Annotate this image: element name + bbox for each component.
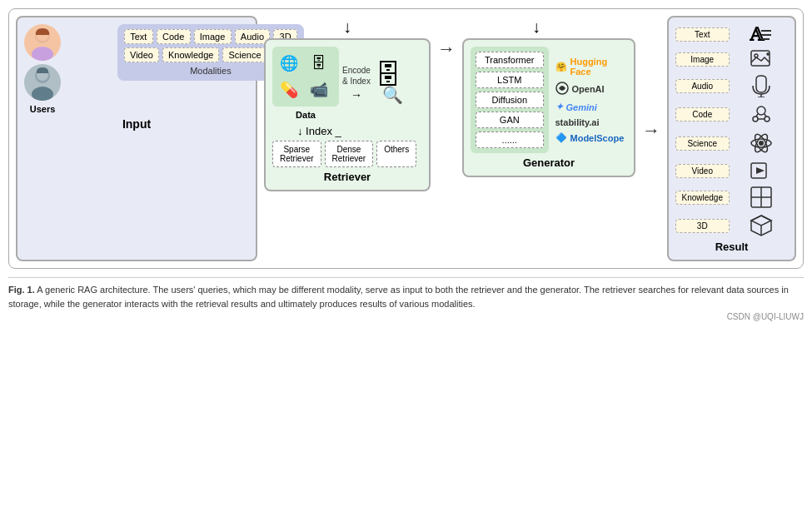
result-tag-video: Video [675,164,730,178]
hf-icon: 🤗 [555,62,567,72]
data-icons: 🌐 🗄 💊 📹 [272,47,339,107]
caption-area: Fig. 1. A generic RAG architecture. The … [8,277,804,310]
result-icon-audio [735,74,789,97]
avatar-male [24,64,61,101]
globe-icon: 🌐 [277,52,301,75]
arrow-down-generator: ↓ [437,17,635,37]
brand-list: 🤗 Hugging Face OpenAI ✦ Gemini [555,47,628,153]
brand-openai: OpenAI [555,82,628,97]
result-icon-code [735,102,789,126]
gemini-icon: ✦ [555,102,563,112]
pill-icon: 💊 [277,78,301,102]
brand-huggingface: 🤗 Hugging Face [555,57,628,77]
hf-label: Hugging Face [570,57,628,77]
svg-point-17 [757,107,765,115]
retriever-tags: SparseRetriever DenseRetriever Others [272,141,422,167]
modality-code: Code [157,29,191,44]
svg-point-4 [32,87,53,101]
retriever-section: 🌐 🗄 💊 📹 Data Encode& Index → 🗄 🔍 [264,38,431,191]
result-title: Result [675,241,788,253]
svg-line-20 [756,114,758,117]
svg-point-1 [32,47,53,61]
db-search-container: 🗄 🔍 [374,62,403,105]
video-icon: 📹 [307,78,331,102]
watermark: CSDN @UQI-LIUWJ [8,312,804,321]
dense-retriever-tag: DenseRetriever [325,141,374,167]
brand-modelscope: 🔷 ModelScope [555,132,628,143]
result-icon-video [735,161,789,181]
modality-image: Image [194,29,232,44]
caption-text: A generic RAG architecture. The users' q… [8,285,789,309]
result-icon-science [735,131,789,156]
result-section: Text 𝔸 Image [667,16,796,261]
svg-point-19 [765,117,770,122]
openai-icon [555,82,569,97]
brand-gemini: ✦ Gemini [555,102,628,112]
result-icon-image [735,49,789,69]
model-list: Transformer LSTM Diffusion GAN ...... [471,47,549,153]
generator-section: Transformer LSTM Diffusion GAN ...... 🤗 … [462,38,635,177]
encode-label: Encode& Index [342,65,371,87]
input-section: Users Text Code Image Audio 3D Video Kno… [16,16,257,261]
users-area: Users [24,24,61,114]
arrow-retriever-generator: → [437,38,456,60]
model-diffusion: Diffusion [476,92,544,108]
others-tag: Others [376,141,416,167]
result-icon-3d [735,214,789,237]
brand-stability: stability.ai [555,117,628,127]
svg-marker-33 [751,216,771,226]
result-grid: Text 𝔸 Image [675,24,788,237]
retriever-title: Retriever [272,171,422,183]
svg-marker-28 [756,167,765,174]
modality-knowledge: Knowledge [162,47,219,62]
index-arrow: ↓ Index _ [272,125,422,137]
input-title: Input [24,117,249,131]
model-gan: GAN [476,112,544,128]
avatar-female [24,24,61,61]
svg-point-18 [753,117,758,122]
stability-label: stability.ai [555,117,600,127]
result-tag-science: Science [675,136,730,151]
modelscope-icon: 🔷 [555,132,567,143]
arrow-down-retriever: ↓ [264,17,431,37]
sparse-retriever-tag: SparseRetriever [272,141,321,167]
result-tag-image: Image [675,52,730,67]
arrow-generator-result: → [642,120,660,141]
model-lstm: LSTM [476,72,544,88]
database-icon: 🗄 [307,52,331,75]
gemini-label: Gemini [566,102,597,112]
modelscope-label: ModelScope [570,133,625,143]
magnifier-icon: 🔍 [382,85,403,105]
modality-text: Text [124,29,153,44]
svg-rect-11 [751,51,770,66]
users-label: Users [30,104,56,114]
result-tag-code: Code [675,107,730,122]
result-tag-3d: 3D [675,219,730,233]
main-diagram: Users Text Code Image Audio 3D Video Kno… [8,8,804,269]
result-icon-text: 𝔸 [735,24,789,44]
arrow-right-encode: → [351,88,362,102]
result-tag-text: Text [675,27,730,42]
svg-line-21 [765,114,766,117]
openai-label: OpenAI [572,84,605,94]
svg-point-23 [759,141,764,146]
modality-science: Science [222,47,267,62]
data-label: Data [296,110,316,120]
generator-title: Generator [471,156,627,169]
data-section: 🌐 🗄 💊 📹 Data [272,47,339,120]
model-ellipsis: ...... [476,131,544,148]
modality-video: Video [124,47,159,62]
model-transformer: Transformer [476,52,544,68]
result-tag-audio: Audio [675,79,730,93]
caption-fig-label: Fig. 1. [8,285,35,295]
result-tag-knowledge: Knowledge [675,191,730,205]
result-icon-knowledge [735,186,789,209]
